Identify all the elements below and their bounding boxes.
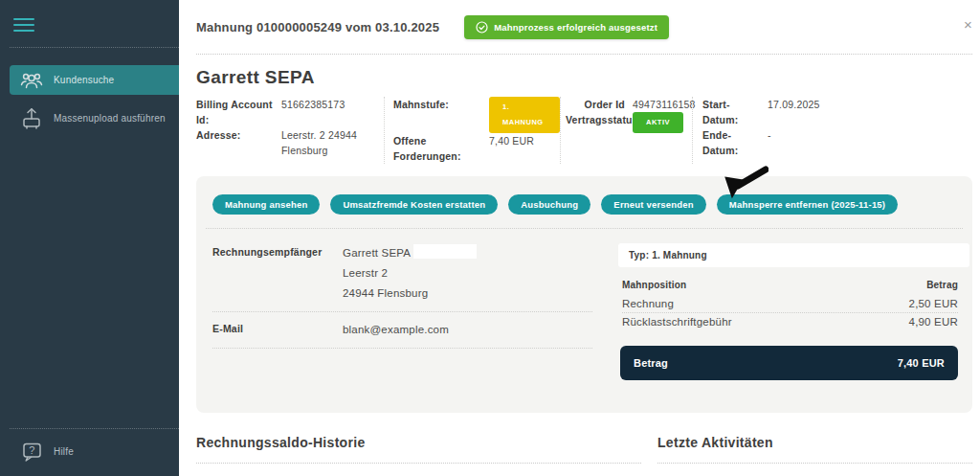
main-content: Mahnung 010000005249 vom 03.10.2025 Mahn…: [179, 0, 980, 476]
field-value: 49473116158: [625, 97, 696, 112]
recipient-name: Garrett SEPA: [343, 247, 411, 259]
page-header: Mahnung 010000005249 vom 03.10.2025 Mahn…: [196, 14, 972, 39]
email-label: E-Mail: [212, 320, 343, 340]
recipient-section: Rechnungsempfänger Garrett SEPA Leerstr …: [212, 243, 592, 380]
history-title: Rechnungssaldo-Historie: [196, 435, 641, 450]
kosten-erstatten-button[interactable]: Umsatzfremde Kosten erstatten: [330, 194, 498, 215]
field-value: 17.09.2025: [760, 97, 820, 127]
mahnung-type: Typ: 1. Mahnung: [618, 243, 969, 267]
vertragsstatus-badge: AKTIV: [633, 112, 683, 133]
total-label: Betrag: [634, 357, 668, 369]
field-value: 1. MAHNUNG: [481, 97, 560, 133]
field-label: Adresse:: [196, 127, 274, 158]
sidebar-bottom: ? Hilfe: [0, 417, 179, 476]
sidebar-divider: [10, 428, 179, 429]
recipient-label: Rechnungsempfänger: [212, 243, 343, 304]
toast-text: Mahnprozess erfolgreich ausgesetzt: [494, 22, 657, 33]
menu-icon[interactable]: [13, 18, 34, 35]
sidebar-item-label: Massenupload ausführen: [54, 113, 166, 124]
mahnung-card: Typ: 1. Mahnung Mahnposition Betrag Rech…: [618, 243, 969, 380]
recipient-divider: [212, 311, 592, 312]
recipient-address: Garrett SEPA Leerstr 2 24944 Flensburg: [343, 243, 477, 304]
sidebar-item-massenupload[interactable]: Massenupload ausführen: [10, 103, 179, 133]
position-amount: 2,50 EUR: [909, 298, 958, 309]
ausbuchung-button[interactable]: Ausbuchung: [508, 194, 590, 215]
field-label: Vertragsstatus:: [566, 112, 625, 133]
position-amount: 4,90 EUR: [909, 316, 958, 328]
field-value: -: [760, 127, 820, 158]
field-label: Start-Datum:: [702, 97, 760, 127]
sidebar-item-label: Hilfe: [54, 446, 74, 457]
svg-text:?: ?: [29, 444, 34, 456]
header-divider: [196, 54, 972, 55]
field-value: 51662385173: [274, 97, 384, 127]
info-group-mahnung: Mahnstufe: 1. MAHNUNG Offene Forderungen…: [384, 97, 560, 164]
redaction-box: [413, 244, 477, 259]
field-value: AKTIV: [625, 112, 696, 133]
customer-name: Garrett SEPA: [196, 67, 972, 88]
check-circle-icon: [476, 21, 488, 34]
section-divider: [196, 463, 641, 464]
field-label: Order Id: [566, 97, 625, 112]
field-label: Ende-Datum:: [702, 127, 760, 158]
mahnstufe-badge: 1. MAHNUNG: [489, 97, 560, 133]
total-amount: 7,40 EUR: [898, 357, 945, 369]
sidebar-divider: [10, 47, 179, 48]
activities-section: Letzte Aktivitäten: [657, 435, 972, 476]
position-name: Rücklastschriftgebühr: [622, 316, 732, 328]
users-icon: [10, 70, 54, 91]
page-title: Mahnung 010000005249 vom 03.10.2025: [196, 20, 439, 34]
sidebar-nav: Kundensuche Massenupload ausführen: [0, 65, 179, 133]
close-icon[interactable]: ×: [964, 17, 972, 32]
action-button-row: Mahnung ansehen Umsatzfremde Kosten erst…: [196, 176, 972, 215]
sidebar-item-label: Kundensuche: [54, 75, 114, 85]
position-name: Rechnung: [622, 298, 674, 309]
recipient-street: Leerstr 2: [343, 263, 477, 283]
annotation-arrow-icon: [719, 164, 768, 206]
column-betrag: Betrag: [926, 280, 958, 290]
mahnung-ansehen-button[interactable]: Mahnung ansehen: [212, 194, 320, 215]
mahnung-detail-panel: Mahnung ansehen Umsatzfremde Kosten erst…: [196, 176, 972, 413]
bottom-section: Rechnungssaldo-Historie Vorgang Soll Hab…: [196, 435, 972, 476]
total-bar: Betrag 7,40 EUR: [620, 346, 958, 380]
upload-icon: [10, 106, 54, 131]
section-divider: [657, 463, 972, 464]
field-value: Leerstr. 2 24944 Flensburg: [274, 127, 384, 158]
history-section: Rechnungssaldo-Historie Vorgang Soll Hab…: [196, 435, 641, 476]
sidebar-item-kundensuche[interactable]: Kundensuche: [10, 65, 179, 95]
customer-info: Billing Account Id: 51662385173 Adresse:…: [196, 97, 972, 164]
field-label: Billing Account Id:: [196, 97, 274, 127]
email-value: blank@example.com: [343, 320, 449, 340]
recipient-city: 24944 Flensburg: [343, 283, 477, 304]
help-icon: ?: [10, 441, 54, 464]
info-group-account: Billing Account Id: 51662385173 Adresse:…: [196, 97, 384, 164]
info-group-order: Order Id 49473116158 Vertragsstatus: AKT…: [560, 97, 692, 164]
panel-body: Rechnungsempfänger Garrett SEPA Leerstr …: [196, 229, 972, 380]
column-mahnposition: Mahnposition: [622, 280, 686, 290]
success-toast: Mahnprozess erfolgreich ausgesetzt: [464, 15, 669, 39]
mahnposition-table: Mahnposition Betrag Rechnung 2,50 EUR Rü…: [622, 280, 958, 330]
sidebar: Kundensuche Massenupload ausführen ?: [0, 0, 179, 476]
field-label: Offene Forderungen:: [393, 133, 481, 164]
field-label: Mahnstufe:: [393, 97, 481, 133]
recipient-divider: [212, 348, 592, 349]
sidebar-item-hilfe[interactable]: ? Hilfe: [10, 437, 179, 466]
activities-title: Letzte Aktivitäten: [657, 435, 972, 450]
field-value: 7,40 EUR: [481, 133, 560, 164]
erneut-versenden-button[interactable]: Erneut versenden: [601, 194, 705, 215]
table-row: Rücklastschriftgebühr 4,90 EUR: [622, 313, 958, 330]
table-row: Rechnung 2,50 EUR: [622, 295, 958, 313]
info-group-dates: Start-Datum: 17.09.2025 Ende-Datum: -: [692, 97, 820, 164]
